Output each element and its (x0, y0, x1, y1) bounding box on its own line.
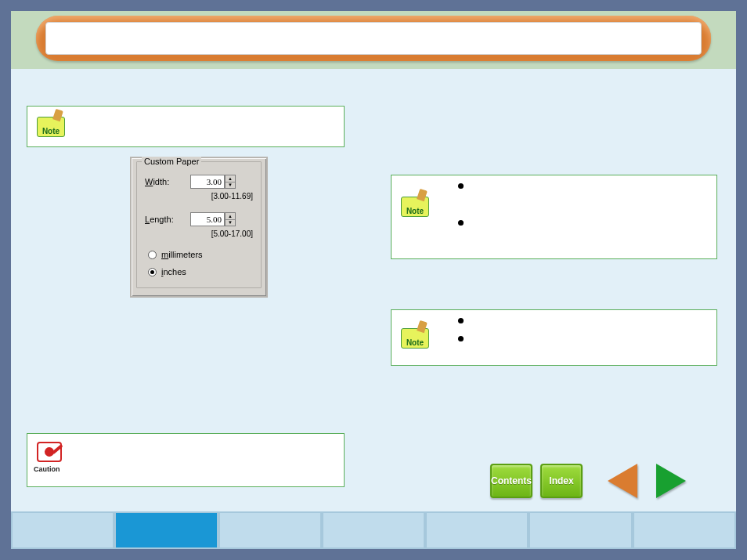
note-badge-label: Note (406, 207, 424, 215)
index-label: Index (549, 475, 573, 486)
next-page-arrow-icon[interactable] (656, 464, 686, 498)
bottom-tab-3[interactable] (322, 511, 425, 549)
unit-mm-label: millimeters (161, 250, 203, 259)
note-box-1: Note (27, 106, 345, 147)
custom-paper-panel: Custom Paper Width: ▲ ▼ [3.00-11.69] Len… (130, 157, 268, 298)
header-bar (36, 16, 711, 61)
header-title-area (45, 22, 702, 55)
bottom-tab-4[interactable] (425, 511, 529, 549)
length-row: Length: ▲ ▼ (145, 212, 253, 226)
note-icon: Note (37, 117, 65, 137)
length-range: [5.00-17.00] (211, 229, 253, 238)
contents-button[interactable]: Contents (490, 464, 532, 498)
length-spinner[interactable]: ▲ ▼ (225, 212, 236, 226)
width-input[interactable] (190, 175, 225, 189)
caution-icon (37, 442, 62, 462)
page-frame: Note Custom Paper Width: ▲ ▼ [3.00-11.69… (11, 11, 736, 549)
bullet-icon (458, 336, 464, 341)
bottom-tab-5[interactable] (529, 511, 632, 549)
contents-label: Contents (491, 475, 532, 486)
note-2-bullets (458, 183, 464, 257)
note-badge-label: Note (406, 338, 424, 347)
length-spinner-up[interactable]: ▲ (226, 213, 235, 220)
prev-page-arrow-icon[interactable] (608, 464, 637, 498)
width-spinner[interactable]: ▲ ▼ (225, 175, 236, 189)
width-label: Width: (145, 177, 190, 186)
width-row: Width: ▲ ▼ (145, 175, 253, 189)
note-icon: Note (401, 328, 429, 349)
length-spinner-down[interactable]: ▼ (226, 220, 235, 226)
page-nav: Contents Index (490, 464, 686, 498)
unit-inches-radio[interactable]: inches (148, 267, 186, 276)
length-label: Length: (145, 215, 190, 224)
bottom-tab-6[interactable] (633, 511, 736, 549)
unit-millimeters-radio[interactable]: millimeters (148, 250, 203, 259)
bottom-tab-0[interactable] (11, 511, 114, 549)
bullet-icon (458, 220, 464, 226)
bottom-tab-2[interactable] (218, 511, 322, 549)
radio-icon (148, 268, 157, 276)
custom-paper-fieldset: Custom Paper Width: ▲ ▼ [3.00-11.69] Len… (136, 161, 262, 288)
length-input[interactable] (190, 212, 225, 226)
bottom-tab-strip (11, 511, 736, 549)
caution-box: Caution (27, 433, 345, 487)
content-area: Note Custom Paper Width: ▲ ▼ [3.00-11.69… (11, 69, 736, 511)
note-badge-label: Note (42, 127, 60, 135)
width-range: [3.00-11.69] (211, 192, 253, 201)
note-box-3: Note (391, 309, 717, 366)
note-icon: Note (401, 197, 429, 217)
custom-paper-legend: Custom Paper (142, 157, 201, 166)
bottom-tab-1[interactable] (114, 511, 218, 549)
note-3-bullets (458, 318, 464, 354)
width-spinner-down[interactable]: ▼ (226, 182, 235, 189)
bullet-icon (458, 318, 464, 323)
unit-in-label: inches (161, 267, 186, 276)
radio-icon (148, 251, 157, 259)
note-box-2: Note (391, 175, 717, 259)
caution-label: Caution (34, 465, 60, 473)
bullet-icon (458, 183, 464, 189)
width-spinner-up[interactable]: ▲ (226, 175, 235, 182)
index-button[interactable]: Index (540, 464, 583, 498)
